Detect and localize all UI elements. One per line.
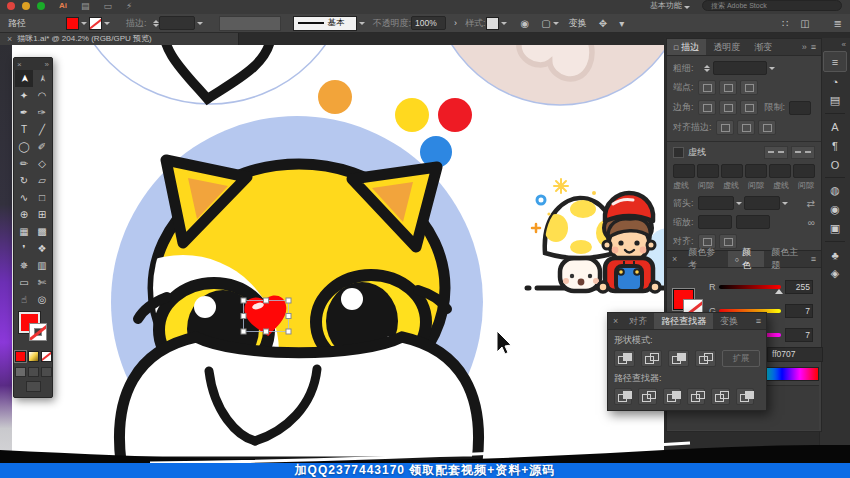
merge-button[interactable]	[663, 388, 681, 405]
pencil-tool[interactable]: ✏	[15, 155, 33, 172]
panel-close-icon[interactable]: ×	[613, 316, 618, 326]
panel-menu-icon[interactable]: ≡	[756, 316, 761, 326]
dash-field-3[interactable]	[769, 164, 791, 178]
reference-artwork-mario[interactable]	[527, 179, 664, 292]
ellipse-tool[interactable]: ◯	[15, 138, 33, 155]
eyedropper-tool[interactable]: ❜	[15, 240, 33, 257]
tab-pathfinder[interactable]: 路径查找器	[654, 313, 713, 329]
symbol-sprayer-tool[interactable]: ✵	[15, 257, 33, 274]
gap-field-3[interactable]	[793, 164, 815, 178]
tab-transparency[interactable]: 透明度	[706, 39, 747, 55]
stroke-swatch[interactable]	[29, 323, 47, 341]
red-value-field[interactable]: 255	[785, 280, 813, 294]
unite-button[interactable]	[614, 350, 635, 367]
outline-button[interactable]	[711, 388, 729, 405]
panel-close-icon[interactable]: ×	[672, 254, 677, 264]
tab-color[interactable]: ○ 颜色	[728, 251, 765, 267]
open-file-icon[interactable]: ▤	[81, 1, 90, 11]
tab-transform[interactable]: 变换	[713, 313, 745, 329]
green-value-field[interactable]: 7	[785, 304, 813, 318]
tab-align[interactable]: 对齐	[622, 313, 654, 329]
tab-stroke[interactable]: □ 描边	[667, 39, 706, 55]
arrange-documents-icon[interactable]: ∷	[782, 18, 788, 29]
panel-collapse-icon[interactable]: »	[802, 42, 807, 52]
minus-front-button[interactable]	[641, 350, 662, 367]
neighbor-artwork-pink[interactable]	[430, 44, 664, 105]
join-miter-button[interactable]	[698, 100, 716, 115]
mesh-tool[interactable]: ▦	[15, 223, 33, 240]
cap-butt-button[interactable]	[698, 80, 716, 95]
save-icon[interactable]: ▭	[104, 1, 113, 11]
type-tool[interactable]: T	[15, 121, 33, 138]
trim-button[interactable]	[638, 388, 656, 405]
stroke-weight-field[interactable]	[159, 16, 195, 30]
brush-definition-preview[interactable]	[219, 16, 281, 31]
artboards-panel-icon[interactable]: ▣	[824, 219, 846, 238]
libraries-panel-icon[interactable]: ▤	[824, 91, 846, 110]
artboard-tool[interactable]: ▭	[15, 274, 33, 291]
color-mode-button[interactable]	[15, 351, 26, 362]
none-mode-button[interactable]	[41, 351, 52, 362]
document-tab[interactable]: × 猫咪1.ai* @ 204.2% (RGB/GPU 预览)	[0, 32, 239, 45]
cap-round-button[interactable]	[719, 80, 737, 95]
canvas[interactable]	[12, 44, 664, 463]
align-inside-button[interactable]	[737, 120, 755, 135]
selection-tool[interactable]: ➤	[15, 70, 33, 87]
fill-stroke-indicator[interactable]	[18, 312, 48, 348]
shape-builder-tool[interactable]: ⊕	[15, 206, 33, 223]
width-tool[interactable]: ∿	[15, 189, 33, 206]
lasso-tool[interactable]: ◠	[33, 87, 51, 104]
document-layout-icon[interactable]: ◫	[800, 18, 809, 29]
join-round-button[interactable]	[719, 100, 737, 115]
rotate-tool[interactable]: ↻	[15, 172, 33, 189]
stroke-color-swatch[interactable]	[89, 17, 102, 30]
direct-selection-tool[interactable]: ➣	[33, 70, 51, 87]
exclude-button[interactable]	[695, 350, 716, 367]
close-window-button[interactable]	[7, 2, 15, 10]
close-document-icon[interactable]: ×	[7, 34, 12, 44]
line-segment-tool[interactable]: ╱	[33, 121, 51, 138]
crop-button[interactable]	[687, 388, 705, 405]
tab-gradient[interactable]: 渐变	[747, 39, 779, 55]
gradient-tool[interactable]: ▩	[33, 223, 51, 240]
gap-field-2[interactable]	[745, 164, 767, 178]
more-options-icon[interactable]: ▾	[619, 18, 624, 29]
tab-color-guide[interactable]: 颜色参考	[681, 251, 727, 267]
character-panel-icon[interactable]: A	[824, 117, 846, 136]
link-scale-icon[interactable]: ∞	[808, 217, 815, 228]
style-swatch[interactable]	[486, 17, 499, 30]
minus-back-button[interactable]	[736, 388, 754, 405]
dash-field-1[interactable]	[673, 164, 695, 178]
scale-start-field[interactable]	[698, 215, 732, 229]
brushes-panel-icon[interactable]: ◉	[824, 200, 846, 219]
dashed-checkbox[interactable]	[673, 147, 684, 158]
neighbor-artwork-heart[interactable]	[68, 44, 352, 106]
opacity-field[interactable]: 100%	[411, 16, 446, 30]
tab-color-themes[interactable]: 颜色主题	[764, 251, 810, 267]
expand-button[interactable]: 扩展	[722, 350, 760, 367]
blue-value-field[interactable]: 7	[785, 328, 813, 342]
dash-field-2[interactable]	[721, 164, 743, 178]
paragraph-panel-icon[interactable]: ¶	[824, 136, 846, 155]
magic-wand-tool[interactable]: ✦	[15, 87, 33, 104]
gap-field-1[interactable]	[697, 164, 719, 178]
appearance-panel-icon[interactable]: ◔	[824, 72, 846, 91]
screen-mode-button[interactable]	[26, 381, 41, 392]
width-profile-dropdown[interactable]: 基本	[293, 16, 357, 31]
panel-menu-icon[interactable]: ≡	[811, 42, 816, 52]
symbols-panel-icon[interactable]: ♣	[824, 245, 846, 264]
arrowhead-end-dropdown[interactable]	[744, 196, 780, 210]
dash-preset-1-button[interactable]	[764, 146, 788, 159]
toolbar-collapse-icon[interactable]: »	[45, 60, 49, 69]
slice-tool[interactable]: ✄	[33, 274, 51, 291]
align-outside-button[interactable]	[758, 120, 776, 135]
stroke-weight-stepper[interactable]	[153, 20, 159, 27]
app-menu-icon[interactable]: ≣	[834, 18, 842, 29]
transform-label[interactable]: 变换	[569, 17, 587, 30]
perspective-grid-tool[interactable]: ⊞	[33, 206, 51, 223]
opacity-more-icon[interactable]: ›	[454, 18, 457, 28]
arrowhead-start-dropdown[interactable]	[698, 196, 734, 210]
limit-field[interactable]	[789, 101, 811, 115]
swatches-panel-icon[interactable]: ≡	[823, 51, 847, 72]
join-bevel-button[interactable]	[740, 100, 758, 115]
